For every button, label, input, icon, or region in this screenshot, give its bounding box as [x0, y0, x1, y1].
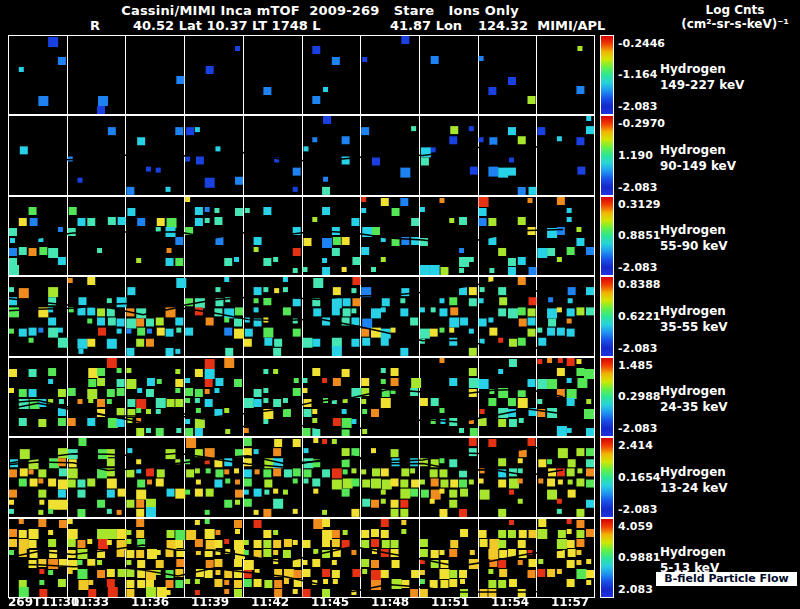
time-axis-label: 11:42 — [242, 595, 298, 609]
energy-range: 24-35 keV — [660, 399, 728, 415]
spectrogram-panel-3 — [8, 196, 595, 276]
time-axis-label: 11:54 — [482, 595, 538, 609]
species-name: Hydrogen — [660, 142, 736, 158]
species-label-panel-2: Hydrogen90-149 keV — [660, 142, 736, 174]
species-name: Hydrogen — [660, 61, 744, 77]
energy-range: 13-24 keV — [660, 480, 728, 496]
time-axis-label: 11:48 — [362, 595, 418, 609]
colorbar-max-label: 4.059 — [618, 520, 653, 533]
species-label-panel-3: Hydrogen55-90 keV — [660, 222, 728, 254]
colorbar-min-label: -2.083 — [618, 422, 657, 435]
colorbar-min-label: 2.083 — [618, 583, 653, 596]
species-name: Hydrogen — [660, 464, 728, 480]
colorbar-panel-3 — [600, 196, 614, 276]
panel-row-2: -0.29701.190-2.083Hydrogen90-149 keV — [0, 115, 800, 196]
colorbar-min-label: -2.083 — [618, 261, 657, 274]
time-axis-label: 11:36 — [122, 595, 178, 609]
species-name: Hydrogen — [660, 544, 726, 560]
page-title: Cassini/MIMI Inca mTOF 2009-269 Stare Io… — [0, 3, 640, 18]
panel-row-6: 2.4140.1654-2.083Hydrogen13-24 keV — [0, 437, 800, 518]
spectrogram-screen: Cassini/MIMI Inca mTOF 2009-269 Stare Io… — [0, 0, 800, 609]
time-axis-label: 11:57 — [542, 595, 598, 609]
colorbar-panel-4 — [600, 276, 614, 357]
spectrogram-panel-2 — [8, 115, 595, 196]
readout-mimi-apl: 124.32 MIMI/APL — [478, 18, 605, 33]
colorbar-mid-label: 0.1654 — [618, 471, 660, 484]
time-axis-label: 11:45 — [302, 595, 358, 609]
colorbar-max-label: 2.414 — [618, 439, 653, 452]
time-axis-label: 11:33 — [62, 595, 118, 609]
colorbar-max-label: 0.3129 — [618, 198, 660, 211]
colorbar-max-label: -0.2446 — [618, 37, 665, 50]
colorbar-mid-label: 0.8851 — [618, 229, 660, 242]
colorbar-mid-label: 0.9881 — [618, 551, 660, 564]
colorbar-min-label: -2.083 — [618, 181, 657, 194]
readout-lat-lt-l: 40.52 Lat 10.37 LT 1748 L — [133, 18, 321, 33]
colorbar-max-label: -0.2970 — [618, 117, 665, 130]
time-axis-label: 11:39 — [182, 595, 238, 609]
colorbar-units-line1: Log Cnts — [660, 3, 800, 17]
colorbar-mid-label: 0.6221 — [618, 310, 660, 323]
readout-r-label: R — [90, 18, 100, 33]
spectrogram-panel-1 — [8, 35, 595, 115]
bfield-particle-flow-note: B-field Particle Flow — [656, 572, 797, 586]
energy-range: 55-90 keV — [660, 238, 728, 254]
species-label-panel-5: Hydrogen24-35 keV — [660, 383, 728, 415]
panel-row-3: 0.31290.8851-2.083Hydrogen55-90 keV — [0, 196, 800, 276]
energy-range: 149-227 keV — [660, 77, 744, 93]
species-label-panel-6: Hydrogen13-24 keV — [660, 464, 728, 496]
colorbar-panel-5 — [600, 357, 614, 437]
species-label-panel-1: Hydrogen149-227 keV — [660, 61, 744, 93]
spectrogram-panel-4 — [8, 276, 595, 357]
panel-row-1: -0.2446-1.164-2.083Hydrogen149-227 keV — [0, 35, 800, 115]
species-name: Hydrogen — [660, 303, 728, 319]
energy-range: 35-55 keV — [660, 319, 728, 335]
colorbar-panel-6 — [600, 437, 614, 518]
species-name: Hydrogen — [660, 222, 728, 238]
readout-lon: 41.87 Lon — [390, 18, 462, 33]
colorbar-mid-label: 0.2988 — [618, 390, 660, 403]
colorbar-units-line2: (cm²-sr-s-keV)⁻¹ — [650, 17, 800, 31]
colorbar-mid-label: 1.190 — [618, 149, 653, 162]
species-label-panel-4: Hydrogen35-55 keV — [660, 303, 728, 335]
species-name: Hydrogen — [660, 383, 728, 399]
spectrogram-panel-6 — [8, 437, 595, 518]
colorbar-min-label: -2.083 — [618, 342, 657, 355]
colorbar-min-label: -2.083 — [618, 503, 657, 516]
panel-row-7: 4.0590.98812.083Hydrogen5-13 keV — [0, 518, 800, 598]
colorbar-min-label: -2.083 — [618, 100, 657, 113]
colorbar-panel-1 — [600, 35, 614, 115]
spectrogram-panel-7 — [8, 518, 595, 598]
colorbar-max-label: 0.8388 — [618, 278, 660, 291]
spectrogram-panel-5 — [8, 357, 595, 437]
panel-row-5: 1.4850.2988-2.083Hydrogen24-35 keV — [0, 357, 800, 437]
colorbar-max-label: 1.485 — [618, 359, 653, 372]
energy-range: 90-149 keV — [660, 158, 736, 174]
colorbar-mid-label: -1.164 — [618, 68, 657, 81]
colorbar-panel-7 — [600, 518, 614, 598]
panel-row-4: 0.83880.6221-2.083Hydrogen35-55 keV — [0, 276, 800, 357]
time-axis-label: 11:51 — [422, 595, 478, 609]
colorbar-panel-2 — [600, 115, 614, 196]
